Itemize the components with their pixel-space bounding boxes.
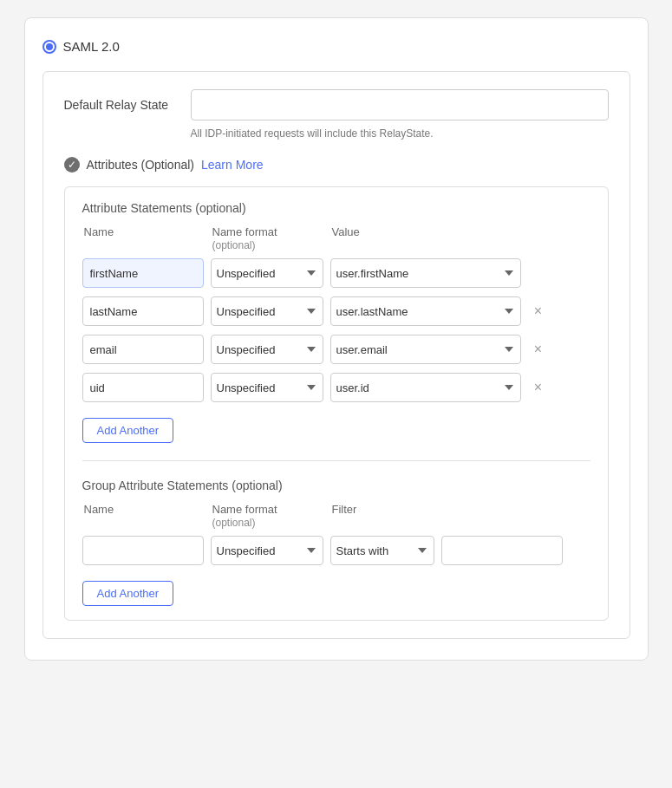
group-attr-row: Unspecified URI Reference Basic Starts w… <box>82 536 590 565</box>
attributes-section-header: ✓ Attributes (Optional) Learn More <box>64 157 609 173</box>
attr-name-input-3[interactable] <box>82 335 204 364</box>
attr-row: Unspecified URI Reference Basic user.fir… <box>82 373 590 402</box>
remove-row-2-button[interactable]: × <box>528 301 549 322</box>
attr-row: Unspecified URI Reference Basic user.fir… <box>82 335 590 364</box>
attributes-icon: ✓ <box>64 157 80 173</box>
saml-header: SAML 2.0 <box>42 39 630 54</box>
attr-value-select-1[interactable]: user.firstName user.lastName user.email … <box>330 258 521 288</box>
section-divider <box>82 460 590 461</box>
group-col-name-format-header: Name format (optional) <box>212 503 325 529</box>
attr-name-format-select-3[interactable]: Unspecified URI Reference Basic <box>211 335 323 364</box>
inner-card: Default Relay State All IDP-initiated re… <box>42 71 630 639</box>
attr-table-headers: Name Name format (optional) Value <box>82 225 590 251</box>
attr-value-select-2[interactable]: user.firstName user.lastName user.email … <box>330 296 521 326</box>
attr-row: Unspecified URI Reference Basic user.fir… <box>82 258 590 288</box>
col-name-header: Name <box>84 225 206 251</box>
group-attr-section: Group Attribute Statements (optional) Na… <box>82 479 590 606</box>
col-name-format-header: Name format (optional) <box>212 225 325 251</box>
relay-state-label: Default Relay State <box>64 98 177 112</box>
remove-row-4-button[interactable]: × <box>528 377 549 398</box>
group-col-name-header: Name <box>84 503 206 529</box>
saml-radio[interactable] <box>42 40 56 54</box>
attr-name-input-1[interactable] <box>82 258 204 288</box>
attr-statements-title: Attribute Statements (optional) <box>82 201 590 215</box>
group-filter-type-select-1[interactable]: Starts with Equals Contains Matches rege… <box>330 536 434 565</box>
group-attr-name-format-select-1[interactable]: Unspecified URI Reference Basic <box>211 536 323 565</box>
group-col-filter-header: Filter <box>332 503 357 529</box>
attr-value-select-4[interactable]: user.firstName user.lastName user.email … <box>330 373 521 402</box>
group-attr-title: Group Attribute Statements (optional) <box>82 479 590 492</box>
add-another-group-attr-button[interactable]: Add Another <box>82 581 174 606</box>
attr-name-format-select-4[interactable]: Unspecified URI Reference Basic <box>211 373 323 402</box>
add-another-attr-button[interactable]: Add Another <box>82 418 174 443</box>
attributes-section-title: Attributes (Optional) <box>87 158 195 172</box>
attr-name-format-select-1[interactable]: Unspecified URI Reference Basic <box>211 258 323 288</box>
attributes-box: Attribute Statements (optional) Name Nam… <box>64 186 609 621</box>
saml-title: SAML 2.0 <box>63 39 120 54</box>
group-attr-name-input-1[interactable] <box>82 536 204 565</box>
group-attr-table-headers: Name Name format (optional) Filter <box>82 503 590 529</box>
relay-state-row: Default Relay State <box>64 89 609 120</box>
relay-state-input[interactable] <box>191 89 609 120</box>
attr-name-input-4[interactable] <box>82 373 204 402</box>
group-filter-value-input-1[interactable] <box>441 536 563 565</box>
remove-row-3-button[interactable]: × <box>528 339 549 360</box>
learn-more-link[interactable]: Learn More <box>201 158 264 172</box>
col-value-header: Value <box>332 225 360 251</box>
attr-name-input-2[interactable] <box>82 296 204 326</box>
relay-state-hint: All IDP-initiated requests will include … <box>191 127 609 140</box>
attr-value-select-3[interactable]: user.firstName user.lastName user.email … <box>330 335 521 364</box>
attr-name-format-select-2[interactable]: Unspecified URI Reference Basic <box>211 296 323 326</box>
saml-card: SAML 2.0 Default Relay State All IDP-ini… <box>24 17 649 661</box>
attr-row: Unspecified URI Reference Basic user.fir… <box>82 296 590 326</box>
